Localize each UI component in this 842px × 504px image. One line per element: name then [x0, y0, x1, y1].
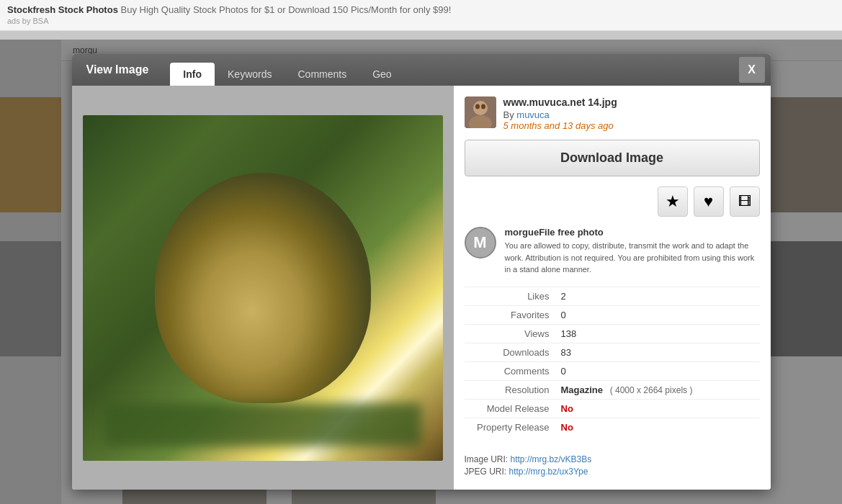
image-uri-link[interactable]: http://mrg.bz/vKB3Bs — [511, 454, 592, 464]
stat-label-views: Views — [465, 324, 558, 343]
modal-tabs: Info Keywords Comments Geo — [163, 54, 738, 86]
site-tagline: Buy High Quality Stock Photos for $1 or … — [121, 4, 452, 15]
stat-row-property-release: Property Release No — [465, 418, 760, 436]
image-uri-row: Image URI: http://mrg.bz/vKB3Bs — [465, 454, 760, 464]
stat-value-property-release: No — [558, 418, 760, 436]
stat-row-comments: Comments 0 — [465, 361, 760, 380]
stat-label-comments: Comments — [465, 361, 558, 380]
license-title: morgueFile free photo — [505, 227, 760, 238]
favorite-button[interactable]: ♥ — [694, 186, 724, 217]
stat-row-model-release: Model Release No — [465, 399, 760, 418]
stat-value-favorites: 0 — [558, 305, 760, 324]
modal-dialog: View Image Info Keywords Comments Geo X — [72, 54, 771, 490]
info-panel: www.muvuca.net 14.jpg By muvuca 5 months… — [454, 86, 771, 490]
tab-geo[interactable]: Geo — [359, 63, 404, 86]
uri-section: Image URI: http://mrg.bz/vKB3Bs JPEG URI… — [465, 447, 760, 477]
modal-header: View Image Info Keywords Comments Geo X — [72, 54, 771, 86]
star-button[interactable]: ★ — [658, 186, 688, 217]
author-name[interactable]: muvuca — [516, 109, 550, 120]
heart-icon: ♥ — [704, 192, 713, 211]
resolution-pixels: ( 4000 x 2664 pixels ) — [610, 385, 693, 395]
tab-comments[interactable]: Comments — [285, 63, 359, 86]
license-text: morgueFile free photo You are allowed to… — [505, 227, 760, 276]
modal-body: www.muvuca.net 14.jpg By muvuca 5 months… — [72, 86, 771, 490]
jpeg-uri-link[interactable]: http://mrg.bz/ux3Ype — [509, 467, 588, 477]
author-date: 5 months and 13 days ago — [503, 120, 760, 131]
stat-label-property-release: Property Release — [465, 418, 558, 436]
download-button[interactable]: Download Image — [465, 140, 760, 176]
stat-row-favorites: Favorites 0 — [465, 305, 760, 324]
stat-value-comments: 0 — [558, 361, 760, 380]
star-icon: ★ — [666, 192, 680, 211]
svg-point-4 — [481, 104, 485, 109]
stat-label-model-release: Model Release — [465, 399, 558, 418]
stat-label-resolution: Resolution — [465, 380, 558, 399]
film-icon: 🎞 — [738, 194, 751, 210]
stat-value-likes: 2 — [558, 287, 760, 305]
jpeg-uri-label: JPEG URI: — [465, 467, 507, 477]
license-description: You are allowed to copy, distribute, tra… — [505, 240, 760, 276]
stat-value-resolution: Magazine ( 4000 x 2664 pixels ) — [558, 380, 760, 399]
by-label: By — [503, 109, 514, 120]
tab-info[interactable]: Info — [170, 63, 215, 86]
author-info: www.muvuca.net 14.jpg By muvuca 5 months… — [503, 96, 760, 131]
stat-value-model-release: No — [558, 399, 760, 418]
license-logo: M — [465, 227, 496, 258]
stat-row-views: Views 138 — [465, 324, 760, 343]
stat-row-resolution: Resolution Magazine ( 4000 x 2664 pixels… — [465, 380, 760, 399]
modal-close-button[interactable]: X — [739, 57, 765, 83]
top-banner: Stockfresh Stock Photos Buy High Quality… — [0, 0, 842, 31]
cat-image — [83, 115, 443, 461]
stat-value-downloads: 83 — [558, 343, 760, 361]
license-section: M morgueFile free photo You are allowed … — [465, 227, 760, 276]
tab-keywords[interactable]: Keywords — [215, 63, 285, 86]
site-name: Stockfresh Stock Photos — [7, 4, 118, 15]
action-icons: ★ ♥ 🎞 — [465, 186, 760, 217]
resolution-type: Magazine — [561, 384, 604, 395]
avatar — [465, 96, 496, 128]
stat-row-downloads: Downloads 83 — [465, 343, 760, 361]
stat-label-downloads: Downloads — [465, 343, 558, 361]
ads-by: ads by BSA — [7, 17, 48, 25]
author-row: www.muvuca.net 14.jpg By muvuca 5 months… — [465, 96, 760, 131]
modal-title: View Image — [72, 54, 164, 86]
author-by-line: By muvuca — [503, 109, 760, 120]
modal-overlay: View Image Info Keywords Comments Geo X — [0, 40, 842, 504]
image-filename: www.muvuca.net 14.jpg — [503, 96, 760, 108]
svg-point-3 — [475, 104, 480, 109]
stat-label-favorites: Favorites — [465, 305, 558, 324]
stats-table: Likes 2 Favorites 0 Views 138 Download — [465, 287, 760, 436]
image-uri-label: Image URI: — [465, 454, 509, 464]
svg-point-1 — [473, 101, 488, 115]
jpeg-uri-row: JPEG URI: http://mrg.bz/ux3Ype — [465, 467, 760, 477]
stat-value-views: 138 — [558, 324, 760, 343]
stat-row-likes: Likes 2 — [465, 287, 760, 305]
lightbox-button[interactable]: 🎞 — [730, 186, 760, 217]
stat-label-likes: Likes — [465, 287, 558, 305]
image-panel — [72, 86, 454, 490]
